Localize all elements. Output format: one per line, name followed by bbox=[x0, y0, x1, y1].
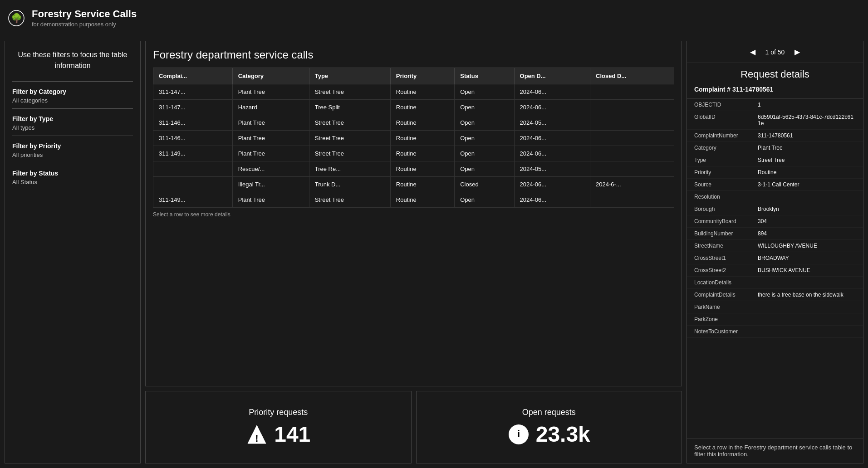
detail-row: StreetNameWILLOUGHBY AVENUE bbox=[687, 240, 863, 252]
detail-key: CommunityBoard bbox=[694, 218, 753, 224]
main-layout: Use these filters to focus the table inf… bbox=[0, 36, 868, 468]
detail-key: ParkZone bbox=[694, 316, 753, 322]
detail-key: StreetName bbox=[694, 243, 753, 249]
table-title: Forestry department service calls bbox=[153, 49, 674, 61]
table-cell: 2024-06... bbox=[514, 146, 590, 161]
table-cell: 311-149... bbox=[153, 192, 233, 208]
open-card-value-row: i 23.3k bbox=[508, 422, 590, 447]
detail-rows-container: OBJECTID1GlobalID6d5901af-5625-4373-841c… bbox=[687, 99, 863, 338]
next-record-button[interactable]: ▶ bbox=[791, 46, 804, 58]
table-row[interactable]: 311-149...Plant TreeStreet TreeRoutineOp… bbox=[153, 192, 674, 208]
table-cell: Plant Tree bbox=[232, 115, 309, 131]
app-logo-icon: 🌳 bbox=[7, 9, 25, 27]
table-cell: Routine bbox=[390, 177, 454, 192]
table-cell: Plant Tree bbox=[232, 192, 309, 208]
detail-key: LocationDetails bbox=[694, 279, 753, 286]
table-cell: Open bbox=[455, 146, 514, 161]
table-cell bbox=[153, 161, 233, 177]
filter-type-section[interactable]: Filter by Type All types bbox=[12, 108, 133, 136]
detail-row: CommunityBoard304 bbox=[687, 215, 863, 228]
filter-status-section[interactable]: Filter by Status All Status bbox=[12, 163, 133, 190]
detail-value: WILLOUGHBY AVENUE bbox=[758, 243, 856, 249]
table-row[interactable]: 311-146...Plant TreeStreet TreeRoutineOp… bbox=[153, 115, 674, 131]
prev-record-button[interactable]: ◀ bbox=[746, 46, 759, 58]
table-cell: Routine bbox=[390, 131, 454, 146]
open-count: 23.3k bbox=[536, 422, 590, 447]
detail-row: NotesToCustomer bbox=[687, 326, 863, 338]
detail-row: Source3-1-1 Call Center bbox=[687, 179, 863, 191]
center-panel: Forestry department service calls Compla… bbox=[145, 41, 682, 463]
detail-row: CategoryPlant Tree bbox=[687, 142, 863, 154]
table-cell: 311-147... bbox=[153, 100, 233, 115]
col-open-date: Open D... bbox=[514, 68, 590, 84]
filter-status-value: All Status bbox=[12, 179, 133, 185]
table-cell: 2024-05... bbox=[514, 161, 590, 177]
table-cell: 2024-6-... bbox=[590, 177, 674, 192]
table-row[interactable]: 311-147...HazardTree SplitRoutineOpen202… bbox=[153, 100, 674, 115]
detail-key: Source bbox=[694, 181, 753, 188]
svg-text:!: ! bbox=[255, 433, 259, 444]
filter-priority-section[interactable]: Filter by Priority All priorities bbox=[12, 136, 133, 163]
detail-key: Priority bbox=[694, 169, 753, 176]
table-cell: 311-147... bbox=[153, 84, 233, 100]
detail-row: ComplaintNumber311-14780561 bbox=[687, 130, 863, 142]
table-cell: Open bbox=[455, 115, 514, 131]
priority-requests-card: Priority requests ! 141 bbox=[145, 391, 412, 463]
bottom-stats-cards: Priority requests ! 141 Open requests bbox=[145, 391, 682, 463]
detail-key: OBJECTID bbox=[694, 102, 753, 108]
detail-value: Routine bbox=[758, 169, 856, 176]
table-cell: Routine bbox=[390, 146, 454, 161]
table-cell bbox=[590, 84, 674, 100]
filter-priority-label: Filter by Priority bbox=[12, 142, 133, 150]
detail-row: CrossStreet2BUSHWICK AVENUE bbox=[687, 264, 863, 277]
right-detail-panel: ◀ 1 of 50 ▶ Request details Complaint # … bbox=[687, 41, 863, 463]
table-cell: Open bbox=[455, 161, 514, 177]
filter-category-label: Filter by Category bbox=[12, 88, 133, 95]
complaint-number: Complaint # 311-14780561 bbox=[687, 84, 863, 99]
table-cell: Open bbox=[455, 84, 514, 100]
filter-intro-text: Use these filters to focus the table inf… bbox=[12, 49, 133, 71]
detail-key: BuildingNumber bbox=[694, 230, 753, 237]
detail-panel-footer: Select a row in the Forestry department … bbox=[687, 438, 863, 463]
detail-row: ComplaintDetailsthere is a tree base on … bbox=[687, 289, 863, 301]
filter-category-section[interactable]: Filter by Category All categories bbox=[12, 81, 133, 108]
table-cell: Plant Tree bbox=[232, 146, 309, 161]
detail-row: BoroughBrooklyn bbox=[687, 203, 863, 215]
priority-count: 141 bbox=[274, 422, 310, 447]
table-cell: 2024-05... bbox=[514, 115, 590, 131]
header-text-block: Forestry Service Calls for demonstration… bbox=[32, 8, 137, 28]
detail-value bbox=[758, 328, 856, 335]
app-header: 🌳 Forestry Service Calls for demonstrati… bbox=[0, 0, 868, 36]
col-closed-date: Closed D... bbox=[590, 68, 674, 84]
info-icon: i bbox=[508, 424, 530, 445]
detail-key: ParkName bbox=[694, 304, 753, 310]
table-row[interactable]: Illegal Tr...Trunk D...RoutineClosed2024… bbox=[153, 177, 674, 192]
detail-key: CrossStreet2 bbox=[694, 267, 753, 273]
col-complaint: Complai... bbox=[153, 68, 233, 84]
filter-type-value: All types bbox=[12, 124, 133, 131]
detail-row: GlobalID6d5901af-5625-4373-841c-7dcd122c… bbox=[687, 111, 863, 130]
detail-key: Resolution bbox=[694, 194, 753, 200]
table-row[interactable]: Rescue/...Tree Re...RoutineOpen2024-05..… bbox=[153, 161, 674, 177]
table-row[interactable]: 311-149...Plant TreeStreet TreeRoutineOp… bbox=[153, 146, 674, 161]
record-pagination: 1 of 50 bbox=[765, 49, 785, 56]
detail-value: Brooklyn bbox=[758, 206, 856, 212]
detail-value: BROADWAY bbox=[758, 255, 856, 261]
detail-key: CrossStreet1 bbox=[694, 255, 753, 261]
filter-status-label: Filter by Status bbox=[12, 170, 133, 177]
detail-row: LocationDetails bbox=[687, 277, 863, 289]
table-cell: Open bbox=[455, 131, 514, 146]
detail-key: Borough bbox=[694, 206, 753, 212]
table-cell: Rescue/... bbox=[232, 161, 309, 177]
detail-value: 3-1-1 Call Center bbox=[758, 181, 856, 188]
col-category: Category bbox=[232, 68, 309, 84]
table-row[interactable]: 311-147...Plant TreeStreet TreeRoutineOp… bbox=[153, 84, 674, 100]
detail-value: Street Tree bbox=[758, 157, 856, 163]
detail-key: Category bbox=[694, 145, 753, 151]
detail-nav: ◀ 1 of 50 ▶ bbox=[687, 41, 863, 63]
detail-row: CrossStreet1BROADWAY bbox=[687, 252, 863, 264]
detail-value bbox=[758, 194, 856, 200]
table-cell bbox=[590, 115, 674, 131]
table-row[interactable]: 311-146...Plant TreeStreet TreeRoutineOp… bbox=[153, 131, 674, 146]
table-cell: 2024-06... bbox=[514, 177, 590, 192]
